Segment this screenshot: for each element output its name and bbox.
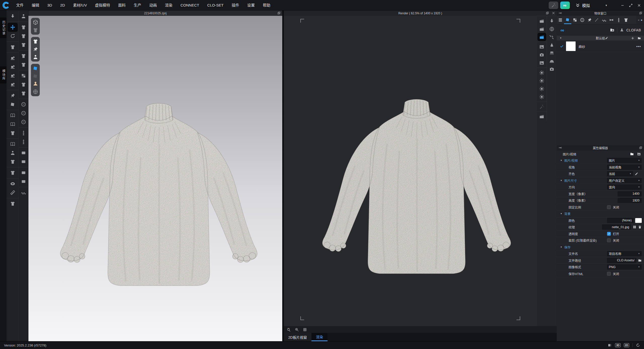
pin-tool[interactable] [8,91,17,100]
viewport-3d-canvas[interactable] [28,16,282,341]
buttonhole-tool[interactable] [20,109,28,117]
fabric-group-header[interactable]: ▼ 默认组 [557,36,644,40]
pixel-grid-toggle[interactable] [303,328,307,332]
tack-seam-tool[interactable] [20,41,28,49]
refresh-icon[interactable] [636,343,640,347]
fabric-swatch[interactable] [566,41,576,51]
save-render-image-tool[interactable] [548,17,556,25]
brush-icon[interactable] [635,172,638,176]
textured-surface-view-icon[interactable] [32,65,38,71]
menu-item-12[interactable]: 插件 [228,0,243,11]
pattern-texture-edit-tool[interactable] [20,89,28,97]
show-garment-icon[interactable] [32,38,38,44]
save-preset-icon[interactable] [637,152,641,156]
tab-render[interactable]: 渲染 [311,333,328,341]
select-lasso-tool[interactable] [8,32,17,40]
add-fabric-icon[interactable] [631,36,634,40]
environment-map-tool[interactable] [548,25,556,33]
sync-render-tool[interactable] [538,17,546,25]
badge-2d[interactable]: 2D [624,343,629,347]
tape-measure-tool[interactable] [8,180,17,188]
fitting-sewing-tool[interactable] [8,80,17,89]
menu-item-3[interactable]: 2D [56,0,69,11]
tab-scroll-left[interactable]: ◂ [638,18,639,22]
undock-icon[interactable] [639,11,642,15]
video-properties-tool[interactable] [538,93,546,101]
close-button[interactable] [637,4,641,7]
collapse-arrow-icon[interactable]: ▼ [560,37,562,39]
property-input[interactable]: 1920 [618,198,642,203]
color-swatch[interactable] [635,218,642,223]
tab-buttonhole[interactable] [586,16,593,24]
wrap-avatar-tool[interactable] [8,140,17,148]
fit-to-avatar-tool[interactable] [8,158,17,166]
wireframe-view-icon[interactable] [32,89,38,95]
section-collapse-arrow[interactable]: ▼ [560,246,562,248]
ai-enhance-tool[interactable] [538,103,546,110]
drape-garment-tool[interactable] [20,52,28,60]
clofab-link[interactable]: CLOFAB [626,28,641,32]
clo-bd-button[interactable] [560,2,570,9]
property-dropdown[interactable]: 项目名称▼ [607,251,642,256]
zoom-100-tool[interactable] [287,328,291,332]
tab-2d-pattern-window[interactable]: 2D板片视窗 [284,333,311,341]
close-icon[interactable] [552,11,555,15]
rectangle-trim-tool-3[interactable] [20,169,28,177]
menu-item-9[interactable]: 渲染 [161,0,176,11]
fold-arrangement-tool[interactable] [8,111,17,120]
snapshot-window-tool[interactable] [538,51,546,59]
dock-arrow-icon[interactable] [558,146,562,149]
menu-item-4[interactable]: 素材/UV [69,0,91,11]
stitch-shape-tool[interactable] [20,188,28,197]
menu-item-7[interactable]: 生产 [130,0,145,11]
selected-check-icon[interactable] [560,44,564,48]
property-checkbox[interactable] [607,232,611,236]
tack-on-avatar-tool[interactable] [20,23,28,31]
tab-pattern[interactable] [571,16,579,24]
property-checkbox[interactable] [607,272,611,276]
property-dropdown[interactable]: 当前视角▼ [607,165,642,170]
rectangle-trim-tool-2[interactable] [20,158,28,166]
property-dropdown[interactable]: 当前▼ [607,171,633,176]
dock-arrow-icon[interactable] [558,11,562,15]
tab-history[interactable]: 历史记录 [0,18,7,38]
tab-topstitch[interactable] [593,16,600,24]
reset-arrangement-tool[interactable] [8,43,17,51]
section-collapse-arrow[interactable]: ▼ [560,159,562,162]
tab-zipper[interactable] [615,16,622,24]
simulate-dropdown-caret[interactable]: ▼ [605,4,608,7]
image-properties-tool[interactable] [538,69,546,76]
button-tool[interactable] [20,100,28,109]
zipper-tool[interactable] [20,138,28,146]
tack-garment-tool[interactable] [20,32,28,40]
menu-item-13[interactable]: 设置 [243,0,259,11]
interactive-render-tool[interactable] [538,25,546,33]
sewing-machine-tool[interactable] [8,54,17,62]
menu-item-1[interactable]: 编辑 [28,0,43,11]
menu-item-11[interactable]: CLO-SET [203,0,228,11]
section-collapse-arrow[interactable]: ▼ [560,213,562,215]
minimize-button[interactable] [621,4,624,7]
tab-elastic[interactable] [600,16,608,24]
ai-assistant-button[interactable] [549,2,558,9]
section-collapse-arrow[interactable]: ▼ [560,179,562,182]
directional-light-tool[interactable] [548,33,556,41]
render-image-tool[interactable] [538,43,546,51]
menu-item-5[interactable]: 虚拟模特 [91,0,114,11]
camera-lock-tool[interactable] [548,65,556,73]
undock-icon[interactable] [639,146,642,149]
rectangle-trim-tool-4[interactable] [20,177,28,186]
more-options-button[interactable]: ••• [636,44,641,48]
grading-measure-tool[interactable] [8,169,17,177]
tab-scroll-right[interactable]: ▸ [641,18,642,22]
undock-icon[interactable] [546,11,549,15]
avatar-pose-tool[interactable] [20,12,28,20]
fold-3d-garment-tool[interactable] [8,120,17,128]
mesh-surface-view-icon[interactable] [32,73,38,79]
tab-trim[interactable] [622,16,630,24]
property-dropdown[interactable]: 图片▼ [607,158,642,163]
rename-pencil-icon[interactable] [605,36,608,40]
tab-fabric-list[interactable] [557,16,564,24]
final-render-tool[interactable] [538,33,546,41]
tab-fabric[interactable] [564,16,571,24]
